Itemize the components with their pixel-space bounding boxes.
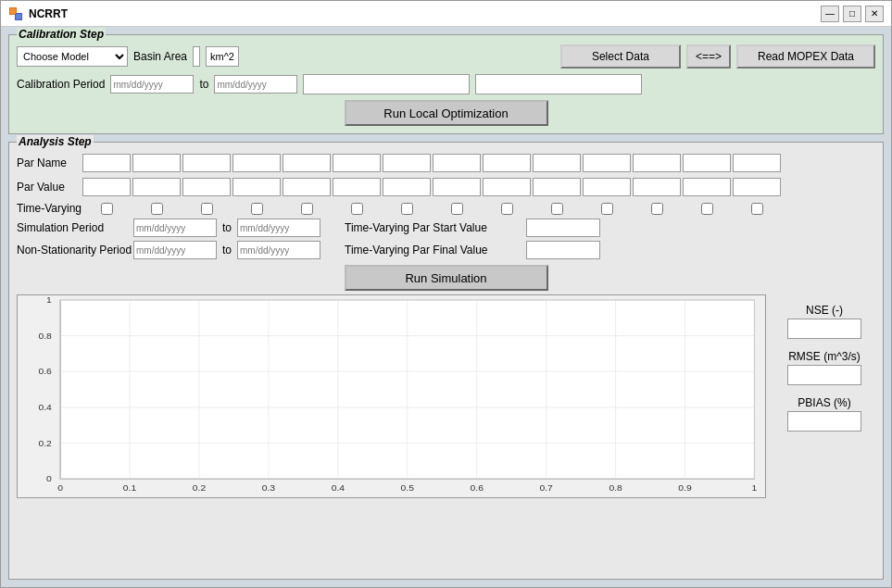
time-varying-start-value[interactable] <box>526 219 600 237</box>
par-name-11[interactable] <box>583 154 631 172</box>
par-name-10[interactable] <box>533 154 581 172</box>
par-value-11[interactable] <box>583 178 631 196</box>
simulation-period-row: Simulation Period to Time-Varying Par St… <box>17 219 875 237</box>
par-name-13[interactable] <box>683 154 731 172</box>
time-varying-cb-12[interactable] <box>651 203 663 215</box>
rmse-metric: RMSE (m^3/s) <box>787 350 861 385</box>
svg-text:0.1: 0.1 <box>123 483 136 493</box>
svg-text:0.7: 0.7 <box>539 483 552 493</box>
time-varying-cb-7[interactable] <box>401 203 413 215</box>
svg-text:0: 0 <box>57 483 63 493</box>
par-name-8[interactable] <box>433 154 481 172</box>
par-value-2[interactable] <box>132 178 181 196</box>
par-value-12[interactable] <box>633 178 681 196</box>
time-varying-cb-5[interactable] <box>301 203 313 215</box>
calibration-extra-field2[interactable] <box>475 74 642 94</box>
par-value-inputs <box>82 178 781 196</box>
time-varying-cb-14[interactable] <box>751 203 763 215</box>
rmse-label: RMSE (m^3/s) <box>788 350 861 363</box>
par-name-2[interactable] <box>132 154 181 172</box>
par-value-14[interactable] <box>733 178 781 196</box>
svg-text:0.9: 0.9 <box>678 483 691 493</box>
calibration-end-date[interactable] <box>214 75 297 94</box>
par-name-12[interactable] <box>633 154 681 172</box>
svg-text:0.8: 0.8 <box>609 483 622 493</box>
select-data-button[interactable]: Select Data <box>560 44 681 69</box>
nse-value[interactable] <box>787 319 861 339</box>
time-varying-row: Time-Varying <box>17 202 875 215</box>
main-content: Calibration Step Choose Model Basin Area… <box>1 27 891 587</box>
pbias-value[interactable] <box>787 411 861 432</box>
to-label3: to <box>222 244 232 256</box>
read-mopex-button[interactable]: Read MOPEX Data <box>736 44 875 69</box>
svg-text:0: 0 <box>46 474 52 483</box>
svg-text:1: 1 <box>46 295 52 305</box>
run-optimization-button[interactable]: Run Local Optimization <box>345 100 548 126</box>
run-simulation-row: Run Simulation <box>17 265 875 291</box>
time-varying-cb-13[interactable] <box>701 203 713 215</box>
rmse-value[interactable] <box>787 365 861 385</box>
calibration-section-label: Calibration Step <box>17 28 106 41</box>
par-value-9[interactable] <box>483 178 531 196</box>
par-name-inputs <box>82 154 781 172</box>
svg-text:0.2: 0.2 <box>38 438 51 447</box>
simulation-period-label: Simulation Period <box>17 221 128 234</box>
par-value-3[interactable] <box>182 178 231 196</box>
time-varying-cb-2[interactable] <box>151 203 163 215</box>
non-stationarity-start-date[interactable] <box>133 241 217 259</box>
time-varying-cb-11[interactable] <box>601 203 613 215</box>
par-value-13[interactable] <box>683 178 731 196</box>
arrow-button[interactable]: <==> <box>686 44 731 69</box>
close-button[interactable]: ✕ <box>865 6 884 22</box>
minimize-button[interactable]: — <box>821 6 839 22</box>
par-name-5[interactable] <box>283 154 331 172</box>
par-value-10[interactable] <box>533 178 581 196</box>
time-varying-cb-1[interactable] <box>101 203 113 215</box>
calibration-extra-field1[interactable] <box>303 74 470 94</box>
non-stationarity-label: Non-Stationarity Period <box>17 244 128 256</box>
time-varying-cb-8[interactable] <box>451 203 463 215</box>
time-varying-cb-3[interactable] <box>201 203 213 215</box>
title-bar-controls: — □ ✕ <box>821 6 884 22</box>
choose-model-dropdown[interactable]: Choose Model <box>17 46 128 67</box>
par-name-14[interactable] <box>733 154 781 172</box>
par-value-5[interactable] <box>283 178 331 196</box>
par-name-3[interactable] <box>182 154 231 172</box>
par-value-6[interactable] <box>333 178 381 196</box>
to-label2: to <box>222 221 232 234</box>
basin-area-label: Basin Area <box>133 50 187 63</box>
par-name-6[interactable] <box>333 154 381 172</box>
time-varying-cb-10[interactable] <box>551 203 563 215</box>
par-value-1[interactable] <box>82 178 131 196</box>
non-stationarity-end-date[interactable] <box>237 241 320 259</box>
simulation-start-date[interactable] <box>133 219 217 237</box>
time-varying-cb-9[interactable] <box>501 203 513 215</box>
par-name-7[interactable] <box>383 154 431 172</box>
par-value-8[interactable] <box>433 178 481 196</box>
calibration-row1: Choose Model Basin Area km^2 Select Data… <box>17 44 875 69</box>
time-varying-cb-6[interactable] <box>351 203 363 215</box>
maximize-button[interactable]: □ <box>843 6 861 22</box>
run-optimization-row: Run Local Optimization <box>17 100 875 126</box>
analysis-section-label: Analysis Step <box>17 135 94 148</box>
time-varying-cb-4[interactable] <box>251 203 263 215</box>
run-simulation-button[interactable]: Run Simulation <box>345 265 548 291</box>
time-varying-final-value[interactable] <box>526 241 600 259</box>
title-bar-left: NCRRT <box>8 6 68 21</box>
par-name-1[interactable] <box>82 154 131 172</box>
par-name-9[interactable] <box>483 154 531 172</box>
par-name-label: Par Name <box>17 156 77 169</box>
par-value-4[interactable] <box>232 178 281 196</box>
par-value-label: Par Value <box>17 181 77 194</box>
svg-text:0.6: 0.6 <box>471 483 484 493</box>
simulation-end-date[interactable] <box>237 219 320 237</box>
calibration-start-date[interactable] <box>110 75 194 94</box>
chart-area: 0 0.2 0.4 0.6 0.8 1 0 0.1 0.2 0.3 0.4 0.… <box>17 294 766 498</box>
svg-text:0.4: 0.4 <box>332 483 345 493</box>
par-name-4[interactable] <box>232 154 281 172</box>
calibration-row2: Calibration Period to <box>17 74 875 94</box>
svg-text:0.5: 0.5 <box>401 483 414 493</box>
time-varying-start-label: Time-Varying Par Start Value <box>345 221 521 234</box>
title-bar: NCRRT — □ ✕ <box>1 1 891 27</box>
par-value-7[interactable] <box>383 178 431 196</box>
